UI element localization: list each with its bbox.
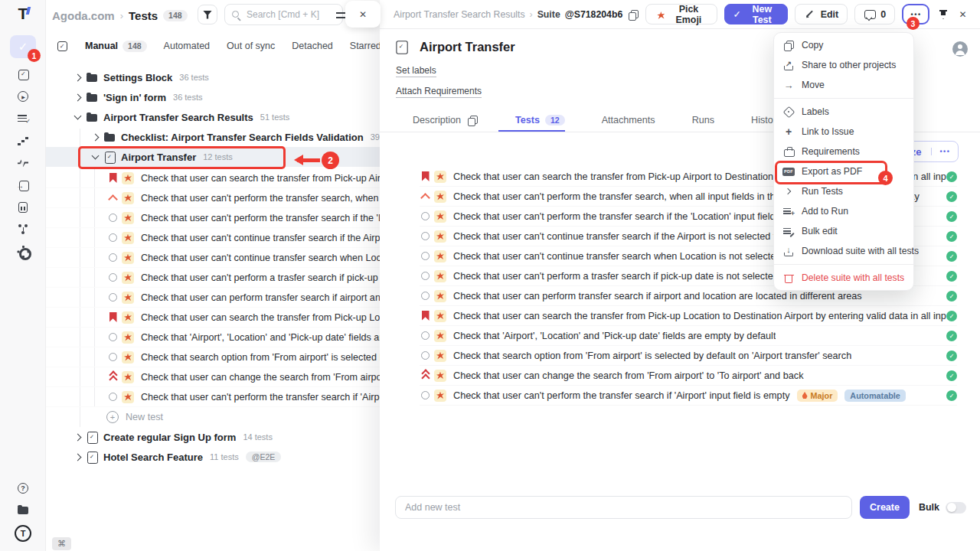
menu-item[interactable]: Export as PDF (774, 161, 913, 181)
filter-tab[interactable]: Out of sync (227, 41, 275, 51)
chevron-icon[interactable] (92, 134, 99, 141)
test-row[interactable]: Check that search option from 'From airp… (46, 347, 380, 367)
menu-item[interactable]: Requirements (774, 142, 913, 161)
menu-item[interactable]: Delete suite with all tests (774, 268, 913, 288)
chevron-icon[interactable] (74, 454, 81, 461)
new-test-button[interactable]: ✓ New Test (724, 4, 788, 24)
copy-id-icon[interactable] (627, 8, 639, 21)
menu-item[interactable]: Add to Run (774, 201, 913, 221)
collision-emoji-icon (122, 311, 134, 324)
test-row[interactable]: Check that user can perform transfer sea… (46, 288, 380, 308)
menu-item[interactable]: Move (774, 75, 913, 95)
nav-tests-button[interactable]: ✓ (10, 35, 36, 58)
filter-tab[interactable]: Detached (292, 41, 333, 51)
test-row[interactable]: Check that user can search the transfer … (420, 306, 957, 326)
reports-icon[interactable] (17, 201, 29, 214)
app-logo[interactable]: T (0, 5, 46, 23)
suite-icon (87, 432, 98, 443)
search-box[interactable] (224, 4, 343, 25)
activity-icon[interactable] (17, 157, 29, 169)
new-test-row[interactable]: New test (46, 407, 380, 427)
menu-item[interactable]: Bulk edit (774, 221, 913, 241)
more-actions-button[interactable] (902, 4, 929, 24)
test-plans-icon[interactable] (17, 68, 29, 80)
set-labels-link[interactable]: Set labels (396, 65, 436, 77)
chevron-icon[interactable] (74, 74, 81, 81)
close-detail-button[interactable] (956, 7, 969, 22)
suite-row[interactable]: Checklist: Airport Transfer Search Field… (46, 127, 380, 147)
chevron-icon[interactable] (92, 154, 99, 161)
test-row[interactable]: Check that user can't continue transfer … (46, 248, 380, 268)
runs-icon[interactable] (17, 90, 29, 103)
close-panel-button[interactable] (345, 1, 381, 28)
suite-row[interactable]: 'Sign in' form 36 tests (46, 87, 380, 107)
test-title: Check that user can't perform the transf… (453, 390, 790, 401)
suite-row[interactable]: Airport Transfer 12 tests (46, 147, 380, 167)
import-icon[interactable] (17, 179, 29, 191)
test-row[interactable]: Check that 'Airport', 'Location' and 'Pi… (420, 326, 957, 346)
milestones-icon[interactable] (17, 135, 29, 147)
parent-suite-link[interactable]: Airport Transfer Search Results (394, 9, 525, 20)
test-row[interactable]: Check that 'Airport', 'Location' and 'Pi… (46, 328, 380, 347)
menu-item[interactable]: Copy (774, 35, 913, 55)
comments-button[interactable]: 0 (854, 4, 895, 24)
breadcrumb-separator: › (120, 10, 123, 21)
test-row[interactable]: Check that search option from 'From airp… (420, 346, 957, 366)
test-row[interactable]: Check that user can't perform a trasfer … (46, 268, 380, 288)
suite-tab[interactable]: Attachments (585, 109, 655, 132)
bulk-toggle[interactable] (946, 502, 966, 514)
edit-button[interactable]: Edit (795, 4, 848, 24)
pick-emoji-button[interactable]: Pick Emoji (645, 4, 717, 24)
menu-item[interactable]: Run Tests (774, 181, 913, 201)
test-row[interactable]: Check that user can't continue transfer … (46, 228, 380, 248)
copy-icon[interactable] (466, 114, 479, 126)
suite-row[interactable]: Airport Transfer Search Results 51 tests (46, 107, 380, 127)
menu-item[interactable]: Share to other projects (774, 55, 913, 75)
severity-icon (107, 232, 119, 243)
search-input[interactable] (245, 8, 338, 21)
summarize-more-icon[interactable]: ••• (931, 148, 958, 155)
test-row[interactable]: Check that user can't perform the transf… (46, 208, 380, 228)
test-row[interactable]: Check that user can't perform the transf… (46, 387, 380, 407)
chevron-icon[interactable] (74, 434, 81, 441)
attach-requirements-link[interactable]: Attach Requirements (396, 86, 482, 98)
filter-tab[interactable]: Manual 148 (85, 41, 147, 52)
filter-button[interactable] (198, 5, 217, 24)
project-name[interactable]: Agoda.com (52, 9, 115, 22)
suite-tab[interactable]: Runs (675, 109, 714, 132)
chevron-icon[interactable] (74, 114, 81, 121)
create-button[interactable]: Create (860, 496, 910, 519)
menu-item[interactable]: Labels (774, 102, 913, 122)
help-icon[interactable] (17, 482, 29, 494)
collision-emoji-icon (434, 330, 446, 342)
suite-row[interactable]: Settings Block 36 tests (46, 67, 380, 87)
severity-icon (107, 252, 119, 263)
checklist-icon[interactable] (17, 112, 29, 125)
passed-status-icon (946, 231, 957, 242)
test-row[interactable]: Check that user can search the transfer … (46, 308, 380, 328)
library-icon[interactable] (17, 504, 29, 516)
menu-item[interactable]: Download suite with all tests (774, 241, 913, 261)
settings-gear-icon[interactable] (17, 246, 29, 258)
suite-row[interactable]: Create regular Sign Up form 14 tests (46, 427, 380, 447)
pin-button[interactable] (936, 7, 949, 22)
chevron-icon[interactable] (74, 94, 81, 101)
test-row[interactable]: Check that user can't perform the transf… (420, 386, 957, 406)
avatar[interactable] (952, 41, 968, 57)
suite-tab[interactable]: Tests 12 (498, 109, 565, 132)
brand-badge-icon[interactable]: T (15, 525, 31, 542)
suite-row[interactable]: Hotel Search Feature 11 tests @E2E (46, 447, 380, 467)
test-row[interactable]: Check that user can search the transfer … (46, 168, 380, 188)
test-row[interactable]: Check that user can't perform the transf… (46, 188, 380, 208)
branch-icon[interactable] (17, 223, 29, 236)
test-row[interactable]: Check that user can change the search fr… (46, 367, 380, 387)
filter-tab[interactable]: Starred (350, 41, 380, 51)
suite-tab[interactable]: Description (396, 109, 479, 132)
filter-tab[interactable]: Automated (164, 41, 210, 51)
add-new-test-input[interactable] (395, 496, 852, 519)
menu-item-icon (782, 205, 795, 217)
test-row[interactable]: Check that user can change the search fr… (420, 366, 957, 386)
menu-item[interactable]: Link to Issue (774, 122, 913, 142)
select-all-icon[interactable] (56, 40, 68, 52)
passed-status-icon (946, 331, 957, 341)
